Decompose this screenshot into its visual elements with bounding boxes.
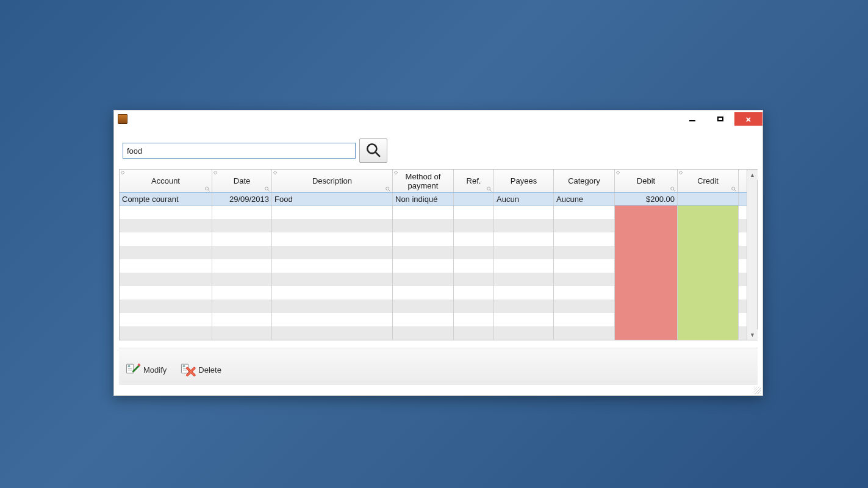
- table-row[interactable]: Compte courant 29/09/2013 Food Non indiq…: [120, 192, 747, 206]
- titlebar[interactable]: ×: [114, 110, 762, 127]
- vertical-scrollbar[interactable]: ▲ ▼: [747, 170, 757, 340]
- cell-method: Non indiqué: [393, 193, 454, 205]
- sort-icon: ◇: [213, 170, 217, 175]
- app-window: × ◇Account ◇Date ◇Description: [113, 110, 763, 396]
- sort-icon: ◇: [679, 170, 683, 175]
- minimize-button[interactable]: [678, 112, 706, 126]
- sort-icon: ◇: [121, 170, 124, 175]
- cell-debit: $200.00: [615, 193, 678, 205]
- col-category[interactable]: Category: [554, 170, 615, 192]
- action-toolbar: Modify Delete: [119, 348, 758, 385]
- close-button[interactable]: ×: [734, 112, 762, 126]
- cell-payees: Aucun: [494, 193, 554, 205]
- maximize-button[interactable]: [706, 112, 734, 126]
- delete-label: Delete: [198, 365, 221, 375]
- table-header: ◇Account ◇Date ◇Description ◇Method of p…: [120, 170, 747, 192]
- col-description[interactable]: ◇Description: [272, 170, 393, 192]
- cell-credit: [678, 193, 739, 205]
- table-row[interactable]: [120, 206, 747, 219]
- col-category-label: Category: [568, 176, 600, 185]
- svg-point-4: [265, 187, 268, 190]
- modify-icon: [125, 362, 141, 378]
- col-method[interactable]: ◇Method of payment: [393, 170, 454, 192]
- search-icon: [385, 185, 391, 191]
- svg-point-15: [128, 365, 131, 367]
- svg-point-8: [487, 187, 490, 190]
- col-credit-label: Credit: [697, 176, 719, 185]
- col-payees-label: Payees: [511, 176, 537, 185]
- svg-point-0: [367, 144, 376, 153]
- search-row: [119, 130, 758, 169]
- search-icon: [204, 185, 210, 191]
- delete-icon: [180, 362, 196, 378]
- scroll-up-icon[interactable]: ▲: [747, 170, 758, 180]
- svg-line-1: [376, 152, 380, 156]
- sort-icon: ◇: [273, 170, 277, 175]
- search-input[interactable]: [123, 143, 356, 159]
- col-description-label: Description: [312, 176, 352, 185]
- search-icon: [731, 185, 737, 191]
- col-ref-label: Ref.: [467, 176, 481, 185]
- svg-point-2: [206, 187, 209, 190]
- table-body: Compte courant 29/09/2013 Food Non indiq…: [120, 192, 747, 340]
- svg-point-6: [386, 187, 389, 190]
- search-icon: [486, 185, 492, 191]
- minimize-icon: [689, 120, 695, 121]
- col-account-label: Account: [151, 176, 180, 185]
- search-button[interactable]: [359, 138, 387, 163]
- cell-account: Compte courant: [120, 193, 212, 205]
- col-method-label: Method of payment: [395, 172, 451, 190]
- table-row[interactable]: [120, 273, 747, 286]
- table-row[interactable]: [120, 326, 747, 340]
- col-credit[interactable]: ◇Credit: [678, 170, 739, 192]
- svg-line-13: [734, 190, 736, 192]
- sort-icon: ◇: [394, 170, 398, 175]
- table-row[interactable]: [120, 259, 747, 273]
- scroll-down-icon[interactable]: ▼: [747, 329, 758, 340]
- svg-line-5: [268, 190, 270, 192]
- col-date[interactable]: ◇Date: [212, 170, 272, 192]
- maximize-icon: [717, 117, 723, 121]
- table-row[interactable]: [120, 300, 747, 313]
- search-icon: [365, 142, 381, 160]
- search-icon: [264, 185, 270, 191]
- svg-point-20: [183, 365, 185, 367]
- col-ref[interactable]: Ref.: [454, 170, 494, 192]
- modify-label: Modify: [143, 365, 167, 375]
- resize-grip[interactable]: [754, 387, 761, 394]
- col-debit-label: Debit: [637, 176, 655, 185]
- table-row[interactable]: [120, 313, 747, 326]
- table-row[interactable]: [120, 246, 747, 259]
- svg-line-9: [490, 190, 492, 192]
- scroll-track[interactable]: [747, 180, 757, 329]
- table-row[interactable]: [120, 286, 747, 300]
- sort-icon: ◇: [616, 170, 620, 175]
- svg-line-11: [673, 190, 675, 192]
- close-icon: ×: [746, 115, 751, 124]
- cell-description: Food: [272, 193, 393, 205]
- svg-point-12: [732, 187, 735, 190]
- cell-ref: [454, 193, 494, 205]
- col-date-label: Date: [234, 176, 250, 185]
- cell-category: Aucune: [554, 193, 615, 205]
- table-row[interactable]: [120, 219, 747, 232]
- transactions-grid: ◇Account ◇Date ◇Description ◇Method of p…: [119, 169, 758, 340]
- col-debit[interactable]: ◇Debit: [615, 170, 678, 192]
- table-row[interactable]: [120, 232, 747, 246]
- svg-point-10: [671, 187, 674, 190]
- modify-button[interactable]: Modify: [123, 361, 169, 379]
- svg-line-7: [389, 190, 390, 192]
- search-icon: [670, 185, 676, 191]
- app-icon: [118, 114, 127, 124]
- svg-line-3: [208, 190, 210, 192]
- col-account[interactable]: ◇Account: [120, 170, 212, 192]
- delete-button[interactable]: Delete: [178, 361, 224, 379]
- col-payees[interactable]: Payees: [494, 170, 554, 192]
- cell-date: 29/09/2013: [212, 193, 272, 205]
